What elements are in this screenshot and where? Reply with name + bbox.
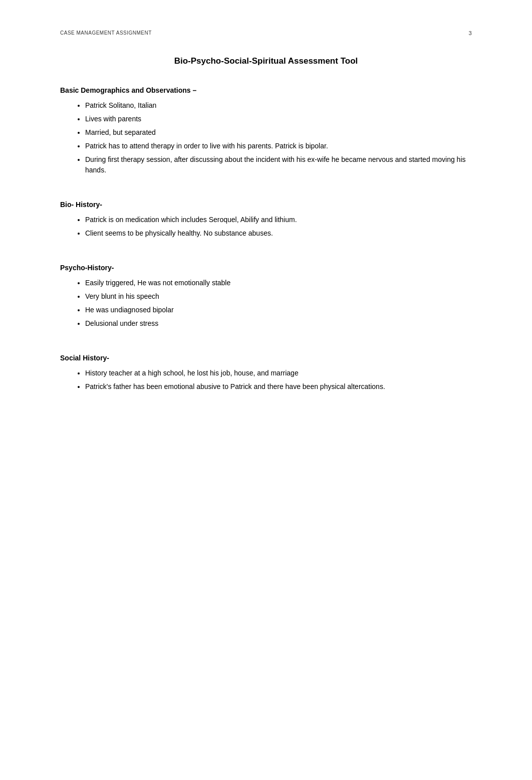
page-number: 3: [468, 30, 472, 36]
list-item: He was undiagnosed bipolar: [85, 305, 472, 315]
list-item: Easily triggered, He was not emotionally…: [85, 278, 472, 288]
section-psycho-history: Psycho-History-Easily triggered, He was …: [60, 264, 472, 329]
section-title-bio-history: Bio- History-: [60, 201, 472, 209]
list-item: Very blunt in his speech: [85, 291, 472, 302]
section-title-social-history: Social History-: [60, 354, 472, 362]
list-item: Lives with parents: [85, 114, 472, 124]
list-item: Patrick's father has been emotional abus…: [85, 381, 472, 392]
page-header: CASE MANAGEMENT ASSIGNMENT 3: [60, 30, 472, 36]
section-title-psycho-history: Psycho-History-: [60, 264, 472, 272]
list-item: Patrick is on medication which includes …: [85, 215, 472, 225]
section-bio-history: Bio- History-Patrick is on medication wh…: [60, 201, 472, 239]
section-social-history: Social History-History teacher at a high…: [60, 354, 472, 392]
list-item: During first therapy session, after disc…: [85, 154, 472, 175]
section-list-bio-history: Patrick is on medication which includes …: [80, 215, 472, 239]
header-title: CASE MANAGEMENT ASSIGNMENT: [60, 30, 152, 36]
list-item: Delusional under stress: [85, 318, 472, 329]
section-list-social-history: History teacher at a high school, he los…: [80, 368, 472, 392]
section-list-basic-demographics: Patrick Solitano, ItalianLives with pare…: [80, 100, 472, 175]
section-list-psycho-history: Easily triggered, He was not emotionally…: [80, 278, 472, 329]
section-title-basic-demographics: Basic Demographics and Observations –: [60, 86, 472, 94]
main-title: Bio-Psycho-Social-Spiritual Assessment T…: [60, 56, 472, 66]
list-item: Client seems to be physically healthy. N…: [85, 228, 472, 239]
list-item: Married, but separated: [85, 127, 472, 138]
list-item: Patrick has to attend therapy in order t…: [85, 141, 472, 151]
section-basic-demographics: Basic Demographics and Observations –Pat…: [60, 86, 472, 175]
list-item: History teacher at a high school, he los…: [85, 368, 472, 378]
list-item: Patrick Solitano, Italian: [85, 100, 472, 111]
